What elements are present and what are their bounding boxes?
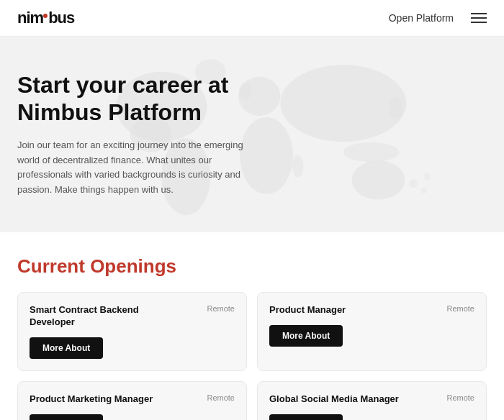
svg-point-9 — [389, 97, 402, 119]
job-title-smart-contract: Smart Contract Backend Developer — [30, 304, 174, 329]
section-title-plain: Current — [17, 255, 90, 277]
section-title-accent: Openings — [90, 255, 176, 277]
job-card-header: Smart Contract Backend Developer Remote — [30, 304, 235, 329]
hamburger-line-1 — [471, 13, 487, 14]
nav-right: Open Platform — [389, 12, 487, 24]
job-badge-product-manager: Remote — [446, 304, 474, 313]
more-about-product-manager[interactable]: More About — [269, 325, 343, 347]
job-card-smart-contract: Smart Contract Backend Developer Remote … — [17, 292, 247, 371]
hamburger-line-2 — [471, 17, 487, 19]
svg-point-13 — [424, 173, 431, 181]
job-card-global-social: Global Social Media Manager Remote More … — [257, 381, 487, 420]
job-badge-product-marketing: Remote — [207, 393, 235, 402]
logo-dot — [43, 14, 48, 18]
job-title-product-marketing: Product Marketing Manager — [30, 393, 153, 406]
svg-point-12 — [421, 188, 427, 193]
navbar: nimbus Open Platform — [0, 0, 504, 37]
hamburger-menu[interactable] — [471, 13, 487, 23]
logo[interactable]: nimbus — [17, 9, 74, 27]
job-badge-smart-contract: Remote — [207, 304, 235, 313]
section-title: Current Openings — [17, 255, 487, 278]
hero-body: Join our team for an exciting journey in… — [17, 138, 248, 198]
job-card-product-manager: Product Manager Remote More About — [257, 292, 487, 371]
job-title-global-social: Global Social Media Manager — [269, 393, 399, 406]
svg-point-10 — [343, 142, 400, 162]
hamburger-line-3 — [471, 22, 487, 23]
svg-point-5 — [280, 65, 406, 142]
more-about-product-marketing[interactable]: More About — [30, 414, 103, 420]
job-card-header: Product Manager Remote — [269, 304, 474, 316]
job-card-header: Global Social Media Manager Remote — [269, 393, 474, 406]
more-about-smart-contract[interactable]: More About — [30, 337, 103, 359]
job-title-product-manager: Product Manager — [269, 304, 346, 316]
svg-point-14 — [292, 155, 304, 177]
hero-heading: Start your career at Nimbus Platform — [17, 71, 276, 127]
job-badge-global-social: Remote — [446, 393, 474, 402]
svg-point-11 — [409, 179, 418, 188]
main-content: Current Openings Smart Contract Backend … — [0, 232, 504, 420]
more-about-global-social[interactable]: More About — [269, 414, 343, 420]
open-platform-link[interactable]: Open Platform — [389, 12, 454, 24]
job-card-header: Product Marketing Manager Remote — [30, 393, 235, 406]
hero-content: Start your career at Nimbus Platform Joi… — [17, 71, 276, 198]
job-card-product-marketing: Product Marketing Manager Remote More Ab… — [17, 381, 247, 420]
jobs-grid: Smart Contract Backend Developer Remote … — [17, 292, 487, 420]
svg-point-6 — [352, 160, 405, 199]
hero-section: Start your career at Nimbus Platform Joi… — [0, 37, 504, 232]
